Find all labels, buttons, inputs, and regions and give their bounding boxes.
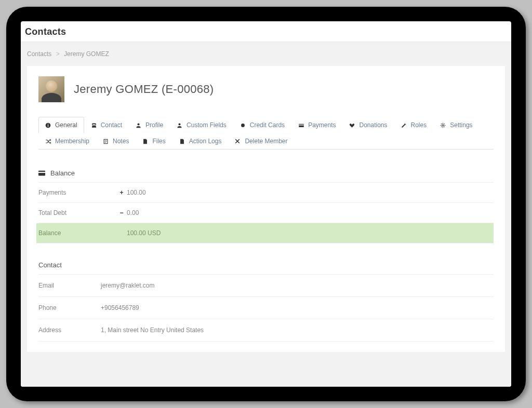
page-header: Contacts xyxy=(21,21,511,42)
svg-point-3 xyxy=(138,123,140,125)
title-row: Jeremy GOMEZ (E-00068) xyxy=(38,76,494,102)
tab-settings[interactable]: Settings xyxy=(433,117,479,133)
contact-row-address: Address 1, Main street No Entry United S… xyxy=(38,319,494,342)
wrench-icon xyxy=(401,123,407,128)
row-value: 100.00 USD xyxy=(127,229,161,237)
row-label: Email xyxy=(38,282,101,289)
breadcrumb-current: Jeremy GOMEZ xyxy=(64,50,109,58)
balance-row-payments: Payments + 100.00 xyxy=(38,183,494,203)
tab-delete-member[interactable]: Delete Member xyxy=(228,133,294,149)
info-icon xyxy=(45,123,51,128)
contact-panel: Jeremy GOMEZ (E-00068) General Contact xyxy=(27,66,505,352)
contact-title: Jeremy GOMEZ (E-00068) xyxy=(74,83,214,96)
contact-heading: Contact xyxy=(38,256,494,275)
card-icon xyxy=(38,170,45,176)
row-value: 0.00 xyxy=(127,209,139,216)
tab-label: Notes xyxy=(113,138,129,145)
breadcrumb-root[interactable]: Contacts xyxy=(27,50,51,58)
row-value: 1, Main street No Entry United States xyxy=(101,327,204,334)
row-label: Phone xyxy=(38,304,101,311)
svg-point-8 xyxy=(442,124,444,126)
tab-notes[interactable]: Notes xyxy=(96,133,136,149)
page-title: Contacts xyxy=(25,26,505,37)
tab-general[interactable]: General xyxy=(38,117,84,133)
gear-icon xyxy=(440,123,446,128)
tab-label: Payments xyxy=(308,121,336,129)
svg-line-14 xyxy=(444,126,445,127)
tab-label: Membership xyxy=(55,138,89,145)
circle-icon xyxy=(240,123,246,128)
tab-label: General xyxy=(55,121,77,129)
tab-label: Action Logs xyxy=(189,138,222,145)
svg-line-16 xyxy=(441,126,442,127)
section-title: Balance xyxy=(50,169,75,177)
tab-credit-cards[interactable]: Credit Cards xyxy=(233,117,291,133)
tab-label: Contact xyxy=(101,121,122,129)
contact-row-phone: Phone +9056456789 xyxy=(38,297,494,319)
svg-point-2 xyxy=(48,124,49,125)
section-title: Contact xyxy=(38,261,62,269)
row-label: Address xyxy=(38,327,101,334)
shuffle-icon xyxy=(45,139,51,144)
tab-label: Donations xyxy=(359,121,387,129)
avatar xyxy=(38,76,64,102)
minus-icon: − xyxy=(116,209,127,216)
row-label: Total Debt xyxy=(38,209,116,216)
file-icon xyxy=(179,139,185,144)
plus-icon: + xyxy=(116,189,127,196)
tab-action-logs[interactable]: Action Logs xyxy=(172,133,229,149)
tab-custom-fields[interactable]: Custom Fields xyxy=(170,117,233,133)
tab-label: Files xyxy=(152,138,165,145)
row-value: 100.00 xyxy=(127,189,146,196)
close-icon xyxy=(235,139,241,144)
svg-rect-6 xyxy=(299,124,304,127)
screen: Contacts Contacts > Jeremy GOMEZ Jeremy … xyxy=(21,21,511,387)
row-value: jeremy@raklet.com xyxy=(101,282,155,289)
balance-row-total: Balance 100.00 USD xyxy=(36,223,494,243)
svg-rect-1 xyxy=(48,125,48,126)
content-area: Jeremy GOMEZ (E-00068) General Contact xyxy=(21,66,511,387)
tab-donations[interactable]: Donations xyxy=(342,117,394,133)
tab-files[interactable]: Files xyxy=(136,133,172,149)
tab-label: Credit Cards xyxy=(250,121,285,129)
tab-contact[interactable]: Contact xyxy=(84,117,129,133)
svg-rect-7 xyxy=(299,125,304,125)
svg-rect-24 xyxy=(38,172,45,173)
tab-label: Roles xyxy=(411,121,427,129)
file-icon xyxy=(142,139,149,144)
svg-line-15 xyxy=(444,124,445,124)
breadcrumb: Contacts > Jeremy GOMEZ xyxy=(21,42,511,66)
contact-row-email: Email jeremy@raklet.com xyxy=(38,275,494,297)
row-label: Balance xyxy=(38,229,116,237)
tab-payments[interactable]: Payments xyxy=(291,117,342,133)
card-icon xyxy=(298,123,304,128)
balance-heading: Balance xyxy=(38,164,494,183)
svg-point-5 xyxy=(241,124,245,127)
tab-label: Profile xyxy=(145,121,163,129)
tab-label: Delete Member xyxy=(245,138,287,145)
tab-membership[interactable]: Membership xyxy=(38,133,96,149)
heart-icon xyxy=(349,123,355,128)
svg-line-13 xyxy=(441,124,442,124)
svg-point-4 xyxy=(179,123,181,125)
tab-label: Custom Fields xyxy=(187,121,227,129)
user-icon xyxy=(177,123,183,128)
contact-section: Contact Email jeremy@raklet.com Phone +9… xyxy=(38,256,494,342)
tab-roles[interactable]: Roles xyxy=(394,117,434,133)
svg-rect-23 xyxy=(38,171,45,176)
device-frame: Contacts Contacts > Jeremy GOMEZ Jeremy … xyxy=(6,7,526,401)
balance-section: Balance Payments + 100.00 Total Debt − 0… xyxy=(38,164,494,243)
tab-profile[interactable]: Profile xyxy=(129,117,170,133)
user-icon xyxy=(136,123,142,128)
phone-icon xyxy=(91,123,97,128)
tab-label: Settings xyxy=(450,121,472,129)
tabs: General Contact Profile xyxy=(38,117,494,149)
row-label: Payments xyxy=(38,189,116,196)
balance-row-debt: Total Debt − 0.00 xyxy=(38,203,494,223)
row-value: +9056456789 xyxy=(101,304,139,311)
note-icon xyxy=(103,139,109,144)
breadcrumb-separator: > xyxy=(56,50,60,58)
